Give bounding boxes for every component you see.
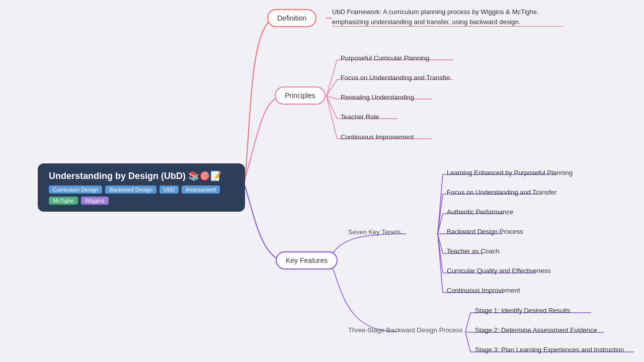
- svg-line-1: [327, 60, 337, 96]
- svg-line-12: [438, 194, 443, 234]
- definition-node[interactable]: Definition: [267, 9, 316, 27]
- tenet-1: Learning Enhanced by Purposeful Planning: [447, 169, 573, 176]
- svg-line-26: [465, 332, 470, 332]
- stage-3: Stage 3: Plan Learning Experiences and I…: [475, 346, 624, 353]
- stage-2: Stage 2: Determine Assessment Evidence: [475, 326, 597, 334]
- tag-curriculum[interactable]: Curriculum Design: [49, 186, 102, 194]
- def-line2: emphasizing understanding and transfer, …: [332, 17, 539, 27]
- principle-3: Revealing Understanding: [341, 94, 414, 101]
- tenet-6: Curricular Quality and Effectiveness: [447, 267, 550, 275]
- tag-backward[interactable]: Backward Design: [105, 186, 156, 194]
- stage-1: Stage 1: Identify Desired Results: [475, 307, 570, 314]
- tag-mctighe[interactable]: McTighe: [49, 197, 78, 205]
- tenet-2: Focus on Understanding and Transfer: [447, 189, 556, 196]
- key-features-node[interactable]: Key Features: [276, 251, 338, 269]
- tenet-7: Continuous Improvement: [447, 287, 520, 294]
- tag-ubd[interactable]: UbD: [159, 186, 179, 194]
- svg-line-17: [438, 234, 443, 293]
- three-stage-label: Three-Stage Backward Design Process: [348, 326, 463, 334]
- central-node: Understanding by Design (UbD) 📚🎯📝 Curric…: [38, 163, 245, 212]
- svg-line-4: [327, 96, 337, 119]
- definition-label: Definition: [277, 14, 306, 22]
- svg-line-25: [465, 313, 470, 332]
- svg-line-3: [327, 96, 337, 99]
- svg-line-11: [438, 174, 443, 234]
- svg-line-5: [327, 96, 337, 139]
- svg-line-16: [438, 234, 443, 273]
- principle-1: Purposeful Curricular Planning: [341, 54, 429, 62]
- principle-5: Continuous Improvement: [341, 133, 414, 141]
- def-line1: UbD Framework: A curriculum planning pro…: [332, 7, 539, 17]
- seven-key-tenets-label: Seven Key Tenets: [348, 228, 401, 236]
- principles-label: Principles: [285, 92, 315, 100]
- svg-line-13: [438, 214, 443, 234]
- principle-2: Focus on Understanding and Transfer: [341, 74, 450, 81]
- tags-container: Curriculum Design Backward Design UbD As…: [49, 186, 234, 205]
- tenet-5: Teacher as Coach: [447, 247, 500, 255]
- tenet-3: Authentic Performance: [447, 208, 513, 216]
- svg-line-2: [327, 79, 337, 96]
- definition-text: UbD Framework: A curriculum planning pro…: [332, 7, 539, 27]
- principles-node[interactable]: Principles: [275, 86, 326, 105]
- central-title: Understanding by Design (UbD) 📚🎯📝: [49, 170, 234, 182]
- definition-underline: [332, 26, 564, 27]
- svg-line-27: [465, 332, 470, 352]
- principle-4: Teacher Role: [341, 113, 379, 121]
- tag-assessment[interactable]: Assessment: [182, 186, 220, 194]
- svg-line-15: [438, 234, 443, 253]
- tenet-4: Backward Design Process: [447, 228, 523, 235]
- key-features-label: Key Features: [286, 256, 328, 264]
- tag-wiggins[interactable]: Wiggins: [81, 197, 109, 205]
